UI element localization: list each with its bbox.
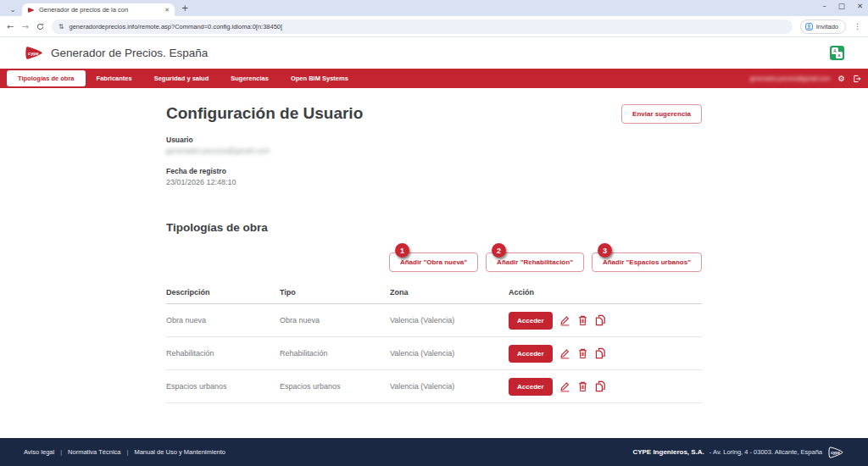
cype-logo-icon: cype bbox=[24, 45, 44, 61]
step-badge-3: 3 bbox=[598, 243, 612, 258]
new-tab-button[interactable]: + bbox=[181, 3, 188, 13]
footer-address: - Av. Loring, 4 - 03003. Alicante, Españ… bbox=[709, 448, 822, 456]
browser-toolbar: ← → ⇅ generadordeprecios.info/remote.asp… bbox=[0, 16, 868, 37]
duplicate-copy-icon[interactable] bbox=[595, 314, 606, 326]
cell-tipo: Espacios urbanos bbox=[280, 370, 390, 403]
cell-tipo: Obra nueva bbox=[280, 304, 390, 337]
table-row: Rehabilitación Rehabilitación Valencia (… bbox=[166, 337, 702, 370]
delete-trash-icon[interactable] bbox=[577, 380, 588, 392]
browser-menu-icon[interactable]: ⋮ bbox=[854, 22, 861, 31]
table-row: Espacios urbanos Espacios urbanos Valenc… bbox=[166, 370, 702, 403]
registration-date-label: Fecha de registro bbox=[166, 167, 702, 175]
main-navigation: Tipologías de obra Fabricantes Seguridad… bbox=[0, 69, 868, 88]
reload-icon[interactable] bbox=[36, 23, 44, 31]
cell-tipo: Rehabilitación bbox=[280, 337, 390, 370]
duplicate-copy-icon[interactable] bbox=[595, 347, 606, 359]
registration-date-value: 23/01/2026 12:48:10 bbox=[166, 178, 702, 186]
edit-pencil-icon[interactable] bbox=[559, 347, 570, 359]
acceder-button[interactable]: Acceder bbox=[509, 345, 553, 363]
add-buttons-row: 1 Añadir "Obra nueva" 2 Añadir "Rehabili… bbox=[166, 252, 702, 272]
browser-chrome: ⌄ Generador de precios de la con ✕ + – □… bbox=[0, 0, 868, 37]
svg-text:cype: cype bbox=[28, 51, 39, 56]
send-suggestion-button[interactable]: Enviar sugerencia bbox=[621, 104, 702, 124]
col-header-accion: Acción bbox=[509, 282, 702, 304]
user-label: Usuario bbox=[166, 136, 702, 144]
settings-gear-icon[interactable]: ⚙ bbox=[837, 74, 845, 83]
profile-button[interactable]: Invitado bbox=[800, 19, 846, 34]
col-header-tipo: Tipo bbox=[280, 282, 390, 304]
cell-descripcion: Rehabilitación bbox=[166, 337, 280, 370]
back-icon[interactable]: ← bbox=[7, 22, 14, 31]
acceder-button[interactable]: Acceder bbox=[509, 312, 553, 330]
window-close-button[interactable]: ✕ bbox=[857, 2, 863, 10]
edit-pencil-icon[interactable] bbox=[559, 380, 570, 392]
language-translate-icon[interactable]: A a bbox=[830, 46, 844, 60]
cype-favicon-icon bbox=[27, 7, 35, 14]
edit-pencil-icon[interactable] bbox=[559, 314, 570, 326]
footer-link-manual[interactable]: Manual de Uso y Mantenimiento bbox=[134, 448, 225, 456]
tab-close-icon[interactable]: ✕ bbox=[164, 7, 170, 14]
delete-trash-icon[interactable] bbox=[577, 314, 588, 326]
logout-icon[interactable] bbox=[853, 75, 861, 83]
window-maximize-button[interactable]: □ bbox=[838, 2, 845, 10]
col-header-zona: Zona bbox=[390, 282, 509, 304]
cell-descripcion: Espacios urbanos bbox=[166, 370, 280, 403]
cype-footer-logo-icon: cype bbox=[827, 446, 844, 459]
footer-link-normativa[interactable]: Normativa Técnica bbox=[68, 448, 120, 456]
duplicate-copy-icon[interactable] bbox=[595, 380, 606, 392]
tab-title: Generador de precios de la con bbox=[39, 6, 161, 14]
footer-separator: | bbox=[126, 448, 128, 456]
cell-zona: Valencia (Valencia) bbox=[390, 337, 509, 370]
delete-trash-icon[interactable] bbox=[577, 347, 588, 359]
nav-item-tipologias[interactable]: Tipologías de obra bbox=[7, 70, 86, 86]
footer-separator: | bbox=[60, 448, 62, 456]
nav-item-seguridad[interactable]: Seguridad y salud bbox=[143, 75, 220, 82]
forward-icon[interactable]: → bbox=[21, 22, 28, 31]
tipologias-table: Descripción Tipo Zona Acción Obra nueva … bbox=[166, 282, 702, 403]
tab-search-icon[interactable]: ⌄ bbox=[5, 3, 20, 16]
profile-label: Invitado bbox=[816, 23, 838, 31]
guest-avatar-icon bbox=[805, 23, 813, 31]
window-minimize-button[interactable]: – bbox=[823, 2, 826, 10]
cell-descripcion: Obra nueva bbox=[166, 304, 280, 337]
url-text[interactable]: generadordeprecios.info/remote.asp?Comma… bbox=[69, 23, 282, 31]
table-row: Obra nueva Obra nueva Valencia (Valencia… bbox=[166, 304, 702, 337]
site-title: Generador de Precios. España bbox=[51, 47, 208, 59]
cell-zona: Valencia (Valencia) bbox=[390, 370, 509, 403]
nav-item-fabricantes[interactable]: Fabricantes bbox=[86, 75, 143, 82]
url-bar[interactable]: ⇅ generadordeprecios.info/remote.asp?Com… bbox=[52, 19, 793, 34]
site-header: cype Generador de Precios. España A a bbox=[0, 37, 868, 69]
acceder-button[interactable]: Acceder bbox=[509, 378, 553, 396]
site-footer: Aviso legal | Normativa Técnica | Manual… bbox=[0, 438, 868, 466]
user-email-blurred: generador.precios@gmail.com bbox=[749, 75, 830, 81]
col-header-descripcion: Descripción bbox=[166, 282, 280, 304]
nav-item-openbim[interactable]: Open BIM Systems bbox=[280, 75, 359, 82]
step-badge-2: 2 bbox=[492, 243, 506, 258]
tab-strip: ⌄ Generador de precios de la con ✕ + – □… bbox=[0, 0, 868, 16]
page-content: Configuración de Usuario Enviar sugerenc… bbox=[166, 104, 702, 403]
user-value-blurred: generador.precios@gmail.com bbox=[166, 147, 702, 155]
footer-link-aviso-legal[interactable]: Aviso legal bbox=[24, 448, 54, 456]
site-info-icon[interactable]: ⇅ bbox=[58, 23, 64, 31]
browser-tab[interactable]: Generador de precios de la con ✕ bbox=[22, 3, 175, 16]
section-title-tipologias: Tipologías de obra bbox=[166, 221, 702, 234]
page-title: Configuración de Usuario bbox=[166, 104, 363, 123]
cell-zona: Valencia (Valencia) bbox=[390, 304, 509, 337]
nav-item-sugerencias[interactable]: Sugerencias bbox=[220, 75, 280, 82]
svg-text:cype: cype bbox=[831, 450, 840, 454]
step-badge-1: 1 bbox=[395, 243, 409, 258]
footer-company: CYPE Ingenieros, S.A. bbox=[632, 448, 704, 456]
